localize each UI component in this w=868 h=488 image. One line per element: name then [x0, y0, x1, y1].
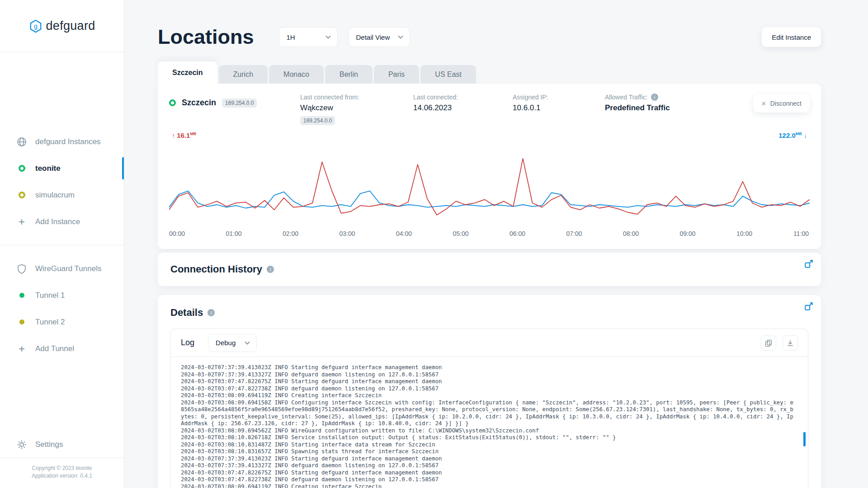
sidebar-item-tunnel-1[interactable]: Tunnel 1	[0, 282, 124, 309]
log-line: 2024-03-02T03:08:09.694158Z INFO Configu…	[181, 399, 794, 427]
location-name-block: Szczecin 169.254.0.0	[169, 93, 300, 108]
sidebar-item-label: Tunnel 2	[35, 318, 65, 327]
traffic-totals-row: ↑ 16.1MB 122.0MB ↓	[169, 131, 810, 139]
expand-icon[interactable]	[804, 301, 814, 311]
sidebar-item-wireguard-tunnels[interactable]: WireGuard Tunnels	[0, 255, 124, 282]
download-line	[169, 191, 810, 208]
instances-icon	[15, 136, 28, 147]
copy-log-button[interactable]	[761, 335, 776, 351]
expand-icon[interactable]	[804, 259, 814, 269]
x-tick-label: 05:00	[453, 230, 468, 237]
log-line: 2024-03-02T03:08:09.694562Z INFO WireGua…	[181, 427, 794, 435]
chevron-down-icon	[398, 35, 403, 39]
defguard-logo-icon: g	[29, 19, 42, 33]
gear-icon	[15, 439, 28, 450]
plus-icon: +	[15, 216, 28, 227]
view-mode-select[interactable]: Detail View	[349, 27, 410, 47]
sidebar-item-label: Tunnel 1	[35, 291, 65, 300]
log-scrollbar-thumb[interactable]	[803, 432, 806, 446]
x-tick-label: 03:00	[339, 230, 355, 237]
upload-arrow-icon: ↑	[172, 132, 175, 139]
log-line: 2024-03-02T03:08:09.694119Z INFO Creatin…	[181, 392, 794, 399]
last-connected-label: Last connected:	[413, 94, 513, 101]
x-tick-label: 11:00	[793, 230, 809, 237]
upload-total: ↑ 16.1MB	[172, 131, 196, 139]
last-connected-from-value: Wąkczew	[300, 103, 413, 113]
download-arrow-icon: ↓	[804, 132, 807, 139]
info-icon[interactable]: i	[651, 94, 658, 101]
app-version-text: Application version: 0.4.1	[0, 472, 124, 480]
plus-icon: +	[15, 343, 28, 354]
log-line: 2024-03-02T07:37:39.413023Z INFO Startin…	[181, 364, 794, 371]
log-actions	[761, 335, 798, 351]
x-tick-label: 08:00	[623, 230, 639, 237]
x-tick-label: 06:00	[509, 230, 525, 237]
disconnect-button[interactable]: ✕ Disconnect	[753, 94, 810, 113]
log-line: 2024-03-02T03:08:09.694119Z INFO Creatin…	[181, 483, 794, 488]
page-title: Locations	[158, 25, 254, 49]
info-icon[interactable]: i	[267, 266, 274, 273]
tab-monaco[interactable]: Monaco	[269, 65, 324, 84]
log-line: 2024-03-02T03:07:47.822738Z INFO defguar…	[181, 385, 794, 393]
sidebar-item-tunnel-2[interactable]: Tunnel 2	[0, 309, 124, 335]
assigned-ip-value: 10.6.0.1	[513, 103, 605, 113]
log-line: 2024-03-02T03:08:10.826718Z INFO Service…	[181, 434, 794, 441]
assigned-ip-label: Assigned IP:	[513, 94, 605, 101]
shield-icon	[15, 263, 28, 274]
time-range-select[interactable]: 1H	[279, 27, 338, 47]
sidebar: g defguard defguard Instances teonite si…	[0, 0, 124, 488]
main-content: Locations 1H Detail View Edit Instance S…	[124, 0, 868, 488]
last-connected-from-label: Last connected from:	[300, 94, 413, 101]
location-card: Szczecin 169.254.0.0 Last connected from…	[158, 84, 821, 249]
log-output: 2024-03-02T07:37:39.413023Z INFO Startin…	[171, 357, 808, 488]
logo-text: defguard	[46, 19, 95, 33]
log-line: 2024-03-02T03:07:47.822675Z INFO Startin…	[181, 378, 794, 385]
location-ip-badge: 169.254.0.0	[222, 99, 257, 108]
sidebar-item-instance-teonite[interactable]: teonite	[0, 155, 124, 182]
log-level-select[interactable]: Debug	[208, 334, 257, 352]
sidebar-item-instance-simulacrum[interactable]: simulacrum	[0, 182, 124, 208]
download-total: 122.0MB ↓	[778, 131, 807, 139]
tab-zurich[interactable]: Zurich	[219, 65, 268, 84]
log-line: 2024-03-02T03:08:10.831657Z INFO Spawnin…	[181, 448, 794, 455]
instance-status-icon-yellow	[15, 192, 28, 198]
sidebar-item-instances[interactable]: defguard Instances	[0, 128, 124, 155]
x-tick-label: 00:00	[169, 230, 185, 237]
sidebar-item-label: Add Instance	[35, 217, 80, 226]
page-header: Locations 1H Detail View Edit Instance	[158, 25, 821, 49]
logo[interactable]: g defguard	[0, 0, 124, 52]
assigned-ip-block: Assigned IP: 10.6.0.1	[513, 93, 605, 113]
log-line: 2024-03-02T07:37:39.413023Z INFO Startin…	[181, 455, 794, 463]
sidebar-divider	[0, 245, 124, 245]
chevron-down-icon	[245, 341, 250, 345]
allowed-traffic-label: Allowed Traffic: i	[605, 94, 753, 101]
log-title: Log	[181, 338, 194, 347]
x-tick-label: 01:00	[226, 230, 241, 237]
log-panel: Log Debug	[170, 328, 808, 488]
x-tick-label: 04:00	[396, 230, 412, 237]
close-icon: ✕	[761, 100, 766, 107]
app-root: g defguard defguard Instances teonite si…	[0, 0, 868, 488]
x-tick-label: 07:00	[566, 230, 582, 237]
tab-us-east[interactable]: US East	[420, 65, 476, 84]
last-connected-value: 14.06.2023	[413, 103, 513, 113]
copyright-text: Copyright © 2023 teonite	[0, 465, 124, 472]
tab-szczecin[interactable]: Szczecin	[158, 61, 217, 84]
log-level-value: Debug	[216, 339, 236, 347]
chart-x-axis: 00:0001:0002:0003:0004:0005:0006:0007:00…	[169, 226, 810, 240]
location-summary-row: Szczecin 169.254.0.0 Last connected from…	[169, 93, 810, 125]
sidebar-item-label: simulacrum	[35, 191, 75, 200]
info-icon[interactable]: i	[208, 309, 215, 316]
sidebar-item-add-instance[interactable]: + Add Instance	[0, 208, 124, 235]
tab-berlin[interactable]: Berlin	[325, 65, 373, 84]
sidebar-item-label: Add Tunnel	[35, 344, 74, 353]
edit-instance-button[interactable]: Edit Instance	[762, 27, 821, 47]
download-icon	[786, 339, 794, 347]
download-log-button[interactable]	[783, 335, 798, 351]
sidebar-item-settings[interactable]: Settings	[0, 431, 124, 458]
log-line: 2024-03-02T03:08:10.831487Z INFO Startin…	[181, 441, 794, 449]
sidebar-item-add-tunnel[interactable]: + Add Tunnel	[0, 335, 124, 362]
connection-history-title: Connection History	[170, 263, 262, 275]
tab-paris[interactable]: Paris	[374, 65, 419, 84]
allowed-traffic-block: Allowed Traffic: i Predefined Traffic	[605, 93, 753, 113]
